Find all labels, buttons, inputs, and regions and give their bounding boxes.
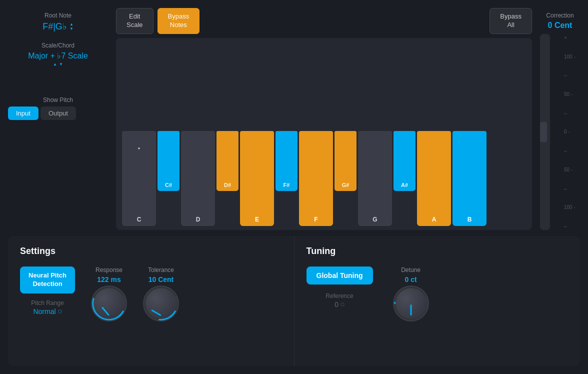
tuning-panel: Tuning Global Tuning Reference 0 ⬡ Detun… <box>294 236 580 366</box>
detune-label: Detune <box>401 266 420 274</box>
show-pitch-label: Show Pitch <box>8 96 108 104</box>
reference-label: Reference <box>326 292 353 300</box>
correction-label: Correction <box>546 12 574 19</box>
response-knob[interactable] <box>91 286 127 322</box>
root-note-value[interactable]: F#|G♭ ▲ ▼ <box>8 21 108 32</box>
show-pitch-section: Show Pitch Input Output <box>8 96 108 120</box>
bypass-all-button[interactable]: BypassAll <box>490 8 532 34</box>
key-gs-wrapper: G# <box>334 131 356 226</box>
button-row: EditScale BypassNotes BypassAll <box>116 8 532 34</box>
scale-chord-group: Scale/Chord Major + ♭7 Scale ▲ ▼ <box>8 42 108 66</box>
svg-point-4 <box>394 288 427 320</box>
pitch-range-value[interactable]: Normal ⬡ <box>33 308 62 316</box>
key-ds[interactable]: D# <box>216 131 238 191</box>
app-container: Root Note F#|G♭ ▲ ▼ Scale/Chord Major + … <box>0 0 588 374</box>
bottom-section: Settings Neural PitchDetection Pitch Ran… <box>8 236 580 366</box>
center-section: EditScale BypassNotes BypassAll C C# <box>116 8 532 230</box>
detune-knob[interactable] <box>393 286 429 322</box>
key-f[interactable]: F <box>299 131 333 226</box>
correction-slider-container: + 100 - – 50 - – 0 - – 50 - – 100 - – <box>540 34 580 230</box>
reference-group: Reference 0 ⬡ <box>306 292 373 308</box>
settings-title: Settings <box>20 246 282 256</box>
reference-value[interactable]: 0 ⬡ <box>334 300 344 308</box>
key-as[interactable]: A# <box>394 131 416 191</box>
scale-chord-stepper[interactable]: ▲ ▼ <box>53 62 63 66</box>
detune-value: 0 ct <box>405 276 417 284</box>
root-note-label: Root Note <box>8 12 108 19</box>
response-label: Response <box>96 266 122 274</box>
root-note-group: Root Note F#|G♭ ▲ ▼ <box>8 12 108 32</box>
key-d[interactable]: D <box>181 131 215 226</box>
tuning-title: Tuning <box>306 246 568 256</box>
detune-knob-group: Detune 0 ct <box>393 266 429 322</box>
tolerance-knob[interactable] <box>143 286 179 322</box>
key-e[interactable]: E <box>240 131 274 226</box>
correction-slider[interactable] <box>540 34 550 230</box>
settings-left: Neural PitchDetection Pitch Range Normal… <box>20 266 75 316</box>
correction-value: 0 Cent <box>548 21 572 30</box>
settings-content: Neural PitchDetection Pitch Range Normal… <box>20 266 282 322</box>
key-a[interactable]: A <box>417 131 451 226</box>
tolerance-value: 10 Cent <box>148 276 174 284</box>
key-ds-wrapper: D# <box>216 131 238 226</box>
key-gs[interactable]: G# <box>334 131 356 191</box>
tolerance-knob-group: Tolerance 10 Cent <box>143 266 179 322</box>
key-g[interactable]: G <box>358 131 392 226</box>
key-fs[interactable]: F# <box>276 131 298 191</box>
tuning-content: Global Tuning Reference 0 ⬡ Detune 0 ct <box>306 266 568 322</box>
tolerance-label: Tolerance <box>148 266 174 274</box>
key-cs-wrapper: C# <box>158 131 180 226</box>
response-knob-group: Response 122 ms <box>91 266 127 322</box>
pitch-range-group: Pitch Range Normal ⬡ <box>20 300 75 316</box>
right-panel: Correction 0 Cent + 100 - – 50 - – 0 - – <box>540 8 580 230</box>
bypass-notes-button[interactable]: BypassNotes <box>158 8 200 34</box>
top-section: Root Note F#|G♭ ▲ ▼ Scale/Chord Major + … <box>8 8 580 230</box>
scale-chord-value[interactable]: Major + ♭7 Scale ▲ ▼ <box>8 51 108 66</box>
key-as-wrapper: A# <box>394 131 416 226</box>
correction-slider-thumb[interactable] <box>540 122 547 142</box>
pitch-range-label: Pitch Range <box>31 300 64 306</box>
key-b[interactable]: B <box>452 131 486 226</box>
key-cs[interactable]: C# <box>158 131 180 191</box>
key-fs-wrapper: F# <box>276 131 298 226</box>
root-note-stepper[interactable]: ▲ ▼ <box>70 22 74 31</box>
input-button[interactable]: Input <box>8 106 38 120</box>
show-pitch-buttons: Input Output <box>8 106 108 120</box>
key-c[interactable]: C <box>122 131 156 226</box>
global-tuning-group: Global Tuning Reference 0 ⬡ <box>306 266 373 308</box>
left-panel: Root Note F#|G♭ ▲ ▼ Scale/Chord Major + … <box>8 8 108 230</box>
scale-chord-label: Scale/Chord <box>8 42 108 49</box>
settings-panel: Settings Neural PitchDetection Pitch Ran… <box>8 236 294 366</box>
neural-pitch-button[interactable]: Neural PitchDetection <box>20 266 75 294</box>
output-button[interactable]: Output <box>40 106 76 120</box>
global-tuning-button[interactable]: Global Tuning <box>306 266 373 284</box>
edit-scale-button[interactable]: EditScale <box>116 8 154 34</box>
response-value: 122 ms <box>97 276 120 284</box>
piano-container: C C# D D# <box>116 38 532 230</box>
